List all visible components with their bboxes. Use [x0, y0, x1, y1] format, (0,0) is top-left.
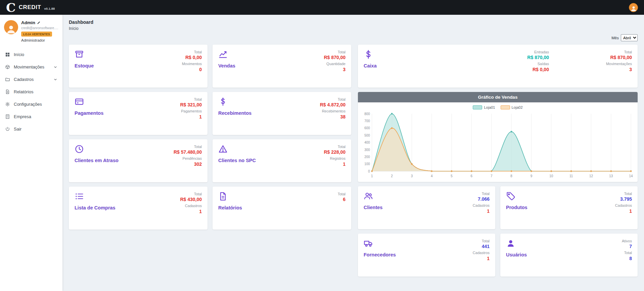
card-title[interactable]: Clientes no SPC — [218, 158, 256, 163]
card-produtos: Produtos Total3.795Cadastros1 — [500, 186, 638, 229]
svg-text:300: 300 — [364, 148, 370, 151]
svg-text:12: 12 — [589, 174, 593, 178]
stat-label: Cadastros — [473, 250, 490, 255]
sidebar-item-label: Empresa — [14, 114, 31, 119]
svg-text:100: 100 — [364, 162, 370, 166]
chevron-down-icon — [53, 78, 57, 82]
chart-line-icon — [218, 50, 235, 59]
card-vendas: Vendas TotalR$ 870,00Quantidade3 — [213, 45, 351, 88]
credit-card-icon — [75, 97, 103, 106]
card-title[interactable]: Pagamentos — [75, 110, 103, 116]
card-title[interactable]: Recebimentos — [218, 110, 251, 116]
card-title[interactable]: Fornecedores — [364, 252, 396, 257]
card-title[interactable]: Relatórios — [218, 205, 242, 210]
sidebar-item-sair[interactable]: Sair — [0, 123, 62, 135]
stat-label: Total — [606, 50, 632, 54]
stat-value: 7.066 — [473, 196, 490, 202]
card-usuarios: Usuários Ativos7Total8 — [500, 234, 638, 277]
card-title[interactable]: Usuários — [506, 252, 527, 257]
card-recebimentos: Recebimentos TotalR$ 4.872,00Recebimento… — [213, 92, 351, 135]
stat-value: R$ 0,00 — [527, 66, 549, 72]
stat-label: Entradas — [527, 50, 549, 54]
sidebar-item-label: Início — [14, 52, 24, 57]
stat-value: 302 — [174, 161, 202, 167]
card-stats: Total6 — [338, 192, 346, 225]
user-icon — [506, 239, 527, 248]
profile-avatar[interactable] — [4, 20, 18, 34]
stat-value: 1 — [473, 208, 490, 214]
svg-text:9: 9 — [531, 174, 533, 178]
card-stats: Total441Cadastros1 — [473, 239, 490, 272]
stat-value: 441 — [473, 243, 490, 249]
app-logo: C — [6, 1, 16, 14]
card-title[interactable]: Estoque — [75, 63, 94, 68]
card-title[interactable]: Clientes em Atraso — [75, 158, 119, 163]
tag-icon — [506, 191, 527, 201]
list-icon — [75, 192, 116, 201]
card-title[interactable]: Clientes — [364, 205, 382, 210]
pencil-edit-icon[interactable] — [37, 21, 41, 25]
stat-label: Total — [615, 191, 632, 196]
power-icon — [5, 127, 10, 132]
card-stats: Ativos7Total8 — [622, 239, 632, 272]
stat-label: Ativos — [622, 239, 632, 243]
legend-label: Loja01 — [484, 105, 495, 109]
card-stats: TotalR$ 4.872,00Recebimentos38 — [320, 97, 346, 130]
sales-chart-card: Gráfico de Vendas Loja01 Loja02 12345678… — [358, 92, 638, 182]
sidebar-item-relatorios[interactable]: Relatórios — [0, 86, 62, 98]
sidebar-item-label: Movimentações — [14, 64, 44, 69]
svg-text:0: 0 — [368, 169, 370, 173]
card-title[interactable]: Vendas — [218, 63, 235, 68]
month-select[interactable]: Abril — [621, 34, 638, 41]
card-title[interactable]: Caixa — [364, 63, 377, 68]
stat-value: R$ 870,00 — [606, 54, 632, 60]
stat-value: 1 — [615, 208, 632, 214]
svg-text:400: 400 — [364, 141, 370, 144]
stat-label: Cadastros — [180, 203, 202, 208]
card-title[interactable]: Lista de Compras — [75, 205, 116, 210]
users-icon — [364, 191, 382, 201]
sidebar-item-empresa[interactable]: Empresa — [0, 110, 62, 123]
stat-label: Cadastros — [473, 203, 490, 208]
stat-value: 6 — [338, 196, 346, 202]
card-stats: Total3.795Cadastros1 — [615, 191, 632, 224]
archive-box-icon — [75, 50, 94, 59]
stat-value: 3.795 — [615, 196, 632, 202]
person-icon — [6, 23, 16, 34]
dollar-icon — [364, 50, 377, 59]
sidebar-item-inicio[interactable]: Início — [0, 48, 62, 61]
stat-value: 8 — [622, 255, 632, 261]
sidebar-item-label: Sair — [14, 127, 21, 132]
card-stats: TotalR$ 57.480,00Pendências302 — [174, 144, 202, 177]
warning-triangle-icon — [218, 144, 256, 154]
sidebar: Admin credit@anronsoftware.co... LOJA VE… — [0, 15, 62, 291]
sidebar-item-cadastros[interactable]: Cadastros — [0, 73, 62, 86]
stat-label: Recebimentos — [320, 109, 346, 113]
legend-item-loja02[interactable]: Loja02 — [501, 105, 523, 109]
gear-icon — [5, 102, 10, 107]
stat-label: Total — [338, 192, 346, 196]
svg-text:4: 4 — [431, 174, 433, 178]
app-version: v0.1.88 — [44, 7, 55, 10]
document-icon — [218, 192, 242, 201]
sidebar-item-configuracoes[interactable]: Configurações — [0, 98, 62, 110]
svg-text:14: 14 — [629, 174, 633, 178]
building-icon — [5, 114, 10, 119]
legend-item-loja01[interactable]: Loja01 — [473, 105, 495, 109]
stat-label: Total — [182, 50, 202, 54]
legend-label: Loja02 — [512, 105, 523, 109]
stat-value: R$ 430,00 — [180, 196, 202, 202]
sidebar-item-movimentacoes[interactable]: Movimentações — [0, 61, 62, 73]
clock-icon — [75, 144, 119, 154]
card-stats-flow: EntradasR$ 870,00SaídasR$ 0,00 — [527, 50, 549, 83]
main-content: Dashboard Início Mês Abril Estoque Total… — [62, 15, 644, 291]
stat-label: Total — [174, 144, 202, 149]
svg-text:8: 8 — [510, 174, 512, 178]
folder-icon — [5, 77, 10, 82]
card-stats: TotalR$ 430,00Cadastros1 — [180, 192, 202, 225]
user-avatar[interactable] — [629, 3, 638, 12]
card-stats: TotalR$ 870,00Movimentações3 — [606, 50, 632, 83]
card-title[interactable]: Produtos — [506, 205, 527, 210]
card-relatorios: Relatórios Total6 — [213, 187, 351, 230]
stat-label: Total — [320, 97, 346, 102]
